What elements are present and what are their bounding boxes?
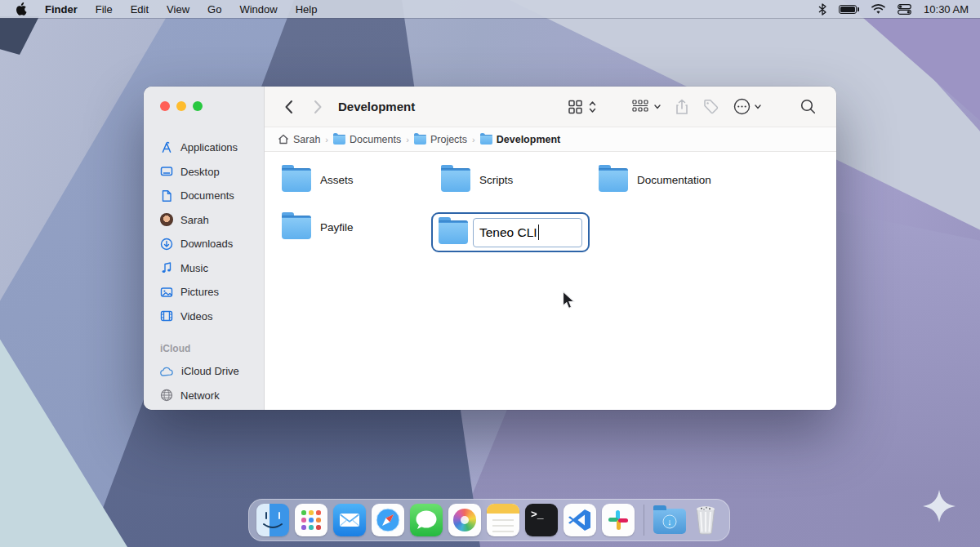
folder-item-payfile[interactable]: Payfile (282, 216, 354, 239)
menu-item-finder[interactable]: Finder (45, 3, 78, 16)
folder-icon (414, 135, 426, 145)
dock-photos-icon[interactable] (448, 504, 481, 536)
folder-icon (282, 216, 311, 239)
sidebar-item-downloads[interactable]: Downloads (160, 232, 264, 256)
rename-input[interactable]: Teneo CLI (473, 218, 582, 247)
notes-band-icon (487, 504, 519, 514)
forward-button[interactable] (307, 96, 328, 118)
desktop-icon (160, 165, 173, 178)
menu-item-go[interactable]: Go (207, 3, 221, 16)
notes-line (492, 525, 514, 527)
tags-button[interactable] (696, 99, 726, 114)
menu-bar: Finder File Edit View Go Window Help 10: (0, 0, 980, 18)
dock-downloads-folder-icon[interactable]: ↓ (653, 509, 686, 534)
speech-bubble-icon (410, 504, 443, 536)
dock-mail-icon[interactable] (333, 504, 366, 536)
more-options-icon (733, 98, 751, 115)
text-caret (538, 225, 540, 240)
menu-item-edit[interactable]: Edit (131, 3, 149, 16)
download-arrow-icon: ↓ (663, 514, 677, 528)
videos-icon (160, 309, 173, 322)
dock-divider (644, 505, 644, 536)
sidebar-item-pictures[interactable]: Pictures (160, 280, 264, 305)
user-avatar (160, 213, 173, 226)
dock-vscode-icon[interactable] (564, 504, 596, 536)
sidebar-section-icloud: iCloud (160, 343, 264, 354)
breadcrumb-projects[interactable]: Projects (414, 134, 467, 145)
breadcrumb-sarah[interactable]: Sarah (278, 134, 320, 145)
breadcrumb-label: Sarah (293, 134, 320, 145)
breadcrumb-development[interactable]: Development (480, 134, 561, 145)
apple-logo-icon[interactable] (16, 2, 27, 16)
dock-safari-icon[interactable] (372, 504, 404, 536)
forward-chevron-icon (314, 100, 323, 114)
finder-toolbar: Development (265, 87, 836, 127)
slack-logo-icon (602, 504, 635, 536)
dock-notes-icon[interactable] (487, 504, 519, 536)
terminal-prompt-glyph: >_ (531, 509, 544, 521)
dock-terminal-icon[interactable]: >_ (525, 504, 558, 536)
finder-sidebar: Applications Desktop Documents Sarah Dow… (144, 87, 265, 410)
bluetooth-icon[interactable] (818, 3, 826, 16)
notes-line (492, 531, 514, 532)
dock-finder-icon[interactable] (256, 504, 289, 536)
window-title: Development (338, 100, 415, 113)
sidebar-item-network[interactable]: Network (160, 384, 264, 408)
view-mode-button[interactable] (561, 100, 604, 114)
search-button[interactable] (793, 99, 823, 114)
compass-icon (372, 504, 404, 536)
sidebar-item-music[interactable]: Music (160, 256, 264, 281)
document-icon (160, 189, 173, 202)
dock-trash-icon[interactable] (692, 502, 719, 538)
tag-icon (703, 99, 719, 114)
folder-item-assets[interactable]: Assets (282, 168, 354, 192)
sidebar-item-documents[interactable]: Documents (160, 184, 264, 208)
battery-icon[interactable] (839, 5, 859, 14)
pictures-icon (160, 286, 173, 299)
menu-item-file[interactable]: File (96, 3, 113, 16)
minimize-button[interactable] (176, 101, 186, 111)
sidebar-label: Downloads (180, 238, 233, 250)
breadcrumb: Sarah › Documents › Projects › Developme… (265, 127, 836, 152)
dock-launchpad-icon[interactable] (295, 504, 327, 536)
more-options-button[interactable] (726, 98, 768, 115)
back-button[interactable] (278, 96, 299, 118)
menu-item-window[interactable]: Window (239, 3, 277, 16)
menu-item-view[interactable]: View (167, 3, 189, 16)
group-by-button[interactable] (625, 100, 668, 113)
breadcrumb-separator: › (325, 135, 328, 145)
control-center-icon[interactable] (898, 4, 911, 15)
sidebar-label: Videos (180, 310, 213, 322)
breadcrumb-documents[interactable]: Documents (333, 134, 401, 145)
sidebar-item-desktop[interactable]: Desktop (160, 160, 264, 185)
search-icon (800, 99, 816, 114)
mouse-cursor (562, 291, 576, 310)
globe-icon (160, 389, 173, 402)
breadcrumb-label: Development (497, 134, 561, 145)
zoom-button[interactable] (193, 101, 203, 111)
sparkle-icon (921, 488, 957, 524)
folder-item-renaming[interactable]: Teneo CLI (431, 212, 590, 252)
sidebar-label: Pictures (180, 286, 219, 298)
dock-slack-icon[interactable] (602, 504, 635, 536)
breadcrumb-label: Projects (430, 134, 467, 145)
menu-item-help[interactable]: Help (296, 3, 318, 16)
sidebar-label: Desktop (180, 166, 220, 178)
sidebar-label: Sarah (180, 214, 209, 226)
folder-icon (333, 135, 345, 145)
sidebar-item-videos[interactable]: Videos (160, 305, 264, 329)
breadcrumb-separator: › (406, 135, 409, 145)
folder-item-documentation[interactable]: Documentation (599, 168, 711, 192)
sidebar-item-icloud-drive[interactable]: iCloud Drive (160, 359, 264, 384)
share-button[interactable] (668, 99, 696, 115)
dock-messages-icon[interactable] (410, 504, 443, 536)
window-controls (144, 101, 264, 111)
breadcrumb-label: Documents (350, 134, 401, 145)
close-button[interactable] (160, 101, 170, 111)
share-icon (675, 99, 688, 115)
clock[interactable]: 10:30 AM (924, 3, 969, 16)
sidebar-item-sarah[interactable]: Sarah (160, 208, 264, 233)
wifi-icon[interactable] (871, 4, 885, 15)
folder-item-scripts[interactable]: Scripts (441, 168, 513, 192)
sidebar-item-applications[interactable]: Applications (160, 136, 264, 160)
